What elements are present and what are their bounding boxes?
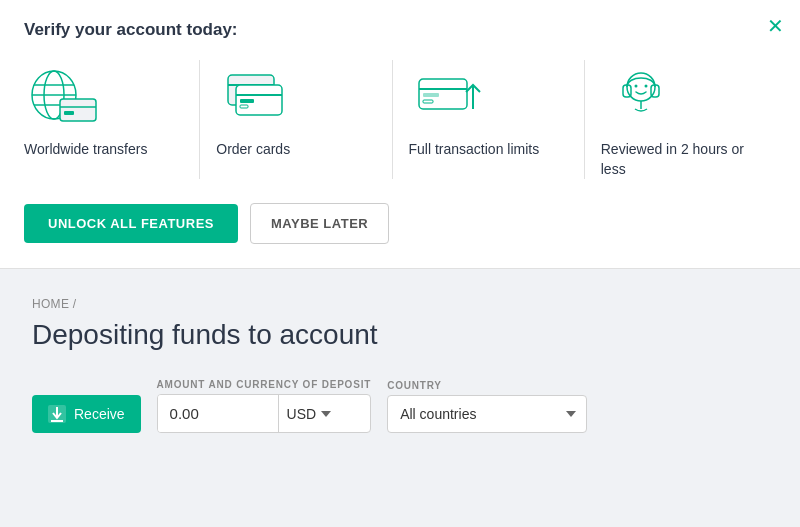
transaction-limits-icon [409, 60, 489, 130]
svg-point-22 [634, 85, 637, 88]
worldwide-transfers-icon [24, 60, 104, 130]
reviewed-icon [601, 60, 681, 130]
currency-select[interactable]: USD EUR GBP AUD [278, 395, 337, 432]
country-field-group: COUNTRY All countries United States Unit… [387, 380, 587, 433]
amount-currency-input: USD EUR GBP AUD [157, 394, 372, 433]
feature-worldwide-transfers: Worldwide transfers [24, 60, 200, 179]
breadcrumb: HOME / [32, 297, 768, 311]
receive-label: Receive [74, 406, 125, 422]
feature-reviewed: Reviewed in 2 hours or less [601, 60, 776, 179]
amount-label: AMOUNT AND CURRENCY OF DEPOSIT [157, 379, 372, 390]
maybe-later-button[interactable]: MAYBE LATER [250, 203, 389, 244]
close-button[interactable]: ✕ [767, 16, 784, 36]
verify-title: Verify your account today: [24, 20, 776, 40]
worldwide-transfers-label: Worldwide transfers [24, 140, 147, 160]
receive-button[interactable]: Receive [32, 395, 141, 433]
amount-field-group: AMOUNT AND CURRENCY OF DEPOSIT USD EUR G… [157, 379, 372, 433]
svg-point-23 [644, 85, 647, 88]
order-cards-label: Order cards [216, 140, 290, 160]
verify-banner: ✕ Verify your account today: World [0, 0, 800, 269]
main-content: HOME / Depositing funds to account Recei… [0, 269, 800, 527]
receive-arrow-icon [48, 405, 66, 423]
feature-transaction-limits: Full transaction limits [409, 60, 585, 179]
features-row: Worldwide transfers Order cards [24, 60, 776, 179]
deposit-form-row: Receive AMOUNT AND CURRENCY OF DEPOSIT U… [32, 379, 768, 433]
transaction-limits-label: Full transaction limits [409, 140, 540, 160]
feature-order-cards: Order cards [216, 60, 392, 179]
unlock-all-features-button[interactable]: UNLOCK ALL FEATURES [24, 204, 238, 243]
reviewed-label: Reviewed in 2 hours or less [601, 140, 760, 179]
country-select[interactable]: All countries United States United Kingd… [387, 395, 587, 433]
order-cards-icon [216, 60, 296, 130]
svg-rect-12 [240, 99, 254, 103]
amount-input[interactable] [158, 395, 278, 432]
country-label: COUNTRY [387, 380, 587, 391]
svg-rect-5 [60, 99, 96, 121]
actions-row: UNLOCK ALL FEATURES MAYBE LATER [24, 203, 776, 244]
page-title: Depositing funds to account [32, 319, 768, 351]
svg-rect-7 [64, 111, 74, 115]
svg-rect-16 [423, 93, 439, 97]
